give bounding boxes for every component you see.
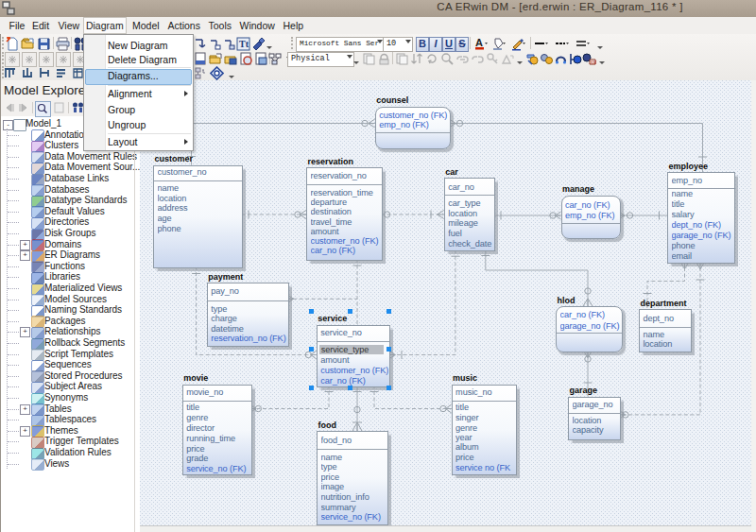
svg-text:Tt: Tt xyxy=(239,39,249,49)
svg-text:XML: XML xyxy=(591,60,597,65)
svg-text:A: A xyxy=(475,37,483,48)
